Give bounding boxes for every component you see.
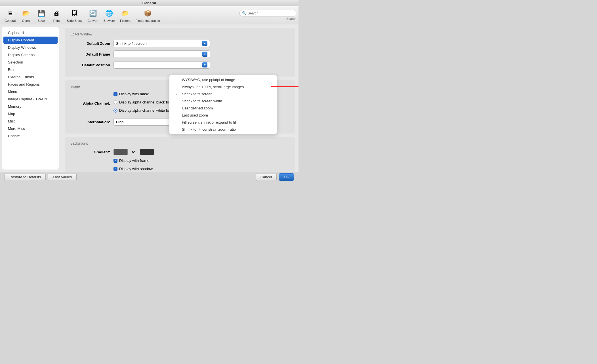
default-frame-row: Default Frame ▼ xyxy=(70,50,289,58)
sidebar-item-display-windows[interactable]: Display Windows xyxy=(3,44,58,51)
display-with-frame-checkbox[interactable]: ✓ xyxy=(113,159,117,163)
open-icon: 📂 xyxy=(21,8,31,18)
sidebar-item-selection[interactable]: Selection xyxy=(3,59,58,66)
shrink-constrain-label: Shrink to fit, constrain zoom-ratio xyxy=(182,127,236,132)
sidebar-item-update[interactable]: Update xyxy=(3,132,58,139)
frame-dropdown-arrow: ▼ xyxy=(202,52,207,57)
sidebar-item-display-screens[interactable]: Display Screens xyxy=(3,51,58,58)
zoom-dropdown-arrow: ▼ xyxy=(202,41,207,46)
editor-window-section: Editor Window Default Zoom Shrink to fit… xyxy=(65,28,295,77)
sidebar-item-misc[interactable]: Misc xyxy=(3,118,58,125)
zoom-option-shrink-constrain[interactable]: Shrink to fit, constrain zoom-ratio xyxy=(169,126,277,133)
toolbar-item-general[interactable]: 🖥 General xyxy=(2,7,18,24)
gradient-row: Gradient: to xyxy=(70,149,289,155)
display-with-shadow-checkbox[interactable]: ✓ xyxy=(113,167,117,171)
save-icon: 💾 xyxy=(36,8,46,18)
display-with-frame-row: ✓ Display with frame ✓ Display with shad… xyxy=(70,158,289,172)
display-with-mask-row: ✓ Display with mask xyxy=(113,92,149,96)
toolbar-item-finder[interactable]: 📦 Finder Integration xyxy=(133,7,162,24)
sidebar-item-edit[interactable]: Edit xyxy=(3,66,58,73)
last-values-button[interactable]: Last Values xyxy=(48,173,77,181)
toolbar-label-folders: Folders xyxy=(120,19,131,22)
sidebar-item-memory[interactable]: Memory xyxy=(3,103,58,110)
sidebar-item-menu[interactable]: Menu xyxy=(3,88,58,95)
default-position-row: Default Position ▼ xyxy=(70,61,289,69)
sidebar-item-display-content[interactable]: Display Content xyxy=(3,37,58,44)
toolbar-label-slideshow: Slide Show xyxy=(67,19,82,22)
shadow-checkbox-row: ✓ Display with shadow xyxy=(113,167,153,171)
window-title: General xyxy=(142,1,156,5)
sidebar-item-clipboard[interactable]: Clipboard xyxy=(3,29,58,36)
background-section: Background Gradient: to ✓ Display with f… xyxy=(65,137,295,172)
general-icon: 🖥 xyxy=(5,8,15,18)
left-buttons: Restore to Defaults Last Values xyxy=(5,173,77,181)
zoom-option-shrink-width[interactable]: Shrink to fit screen width xyxy=(169,98,277,105)
zoom-option-shrink-fit[interactable]: ✓ Shrink to fit screen xyxy=(169,90,277,98)
toolbar-item-print[interactable]: 🖨 Print xyxy=(49,7,64,24)
toolbar-label-save: Save xyxy=(38,19,45,22)
sidebar-item-faces-regions[interactable]: Faces and Regions xyxy=(3,81,58,88)
wysiwyg-label: WYSIWYG, use ppi/dpi of image xyxy=(182,78,235,82)
search-box[interactable]: 🔍 xyxy=(239,10,296,16)
toolbar-item-folders[interactable]: 📁 Folders xyxy=(118,7,133,24)
gradient-control: to xyxy=(113,149,289,155)
default-zoom-label: Default Zoom xyxy=(70,41,110,46)
toolbar-search: 🔍 Search xyxy=(239,10,296,20)
display-with-mask-checkbox[interactable]: ✓ xyxy=(113,92,117,96)
gradient-color-start[interactable] xyxy=(113,149,128,155)
display-with-shadow-label: Display with shadow xyxy=(119,167,153,171)
alpha-black-radio[interactable] xyxy=(113,100,117,104)
editor-window-title: Editor Window xyxy=(70,32,289,36)
ok-button[interactable]: OK xyxy=(279,173,294,181)
sidebar-item-external-editors[interactable]: External Editors xyxy=(3,73,58,81)
last-used-label: Last used zoom xyxy=(182,113,208,117)
default-frame-label: Default Frame xyxy=(70,52,110,56)
background-section-title: Background xyxy=(70,141,289,145)
main-content: Clipboard Display Content Display Window… xyxy=(0,24,298,172)
zoom-option-user-defined[interactable]: User defined zoom xyxy=(169,105,277,112)
display-with-frame-label: Display with frame xyxy=(119,158,149,163)
sidebar-item-more-misc[interactable]: More Misc xyxy=(3,125,58,132)
toolbar-label-print: Print xyxy=(53,19,60,22)
browser-icon: 🌐 xyxy=(104,8,114,18)
frame-shadow-controls: ✓ Display with frame ✓ Display with shad… xyxy=(113,158,289,172)
default-position-dropdown[interactable]: ▼ xyxy=(113,61,210,69)
red-arrow-annotation xyxy=(271,82,298,92)
position-dropdown-arrow: ▼ xyxy=(202,62,207,67)
gradient-color-end[interactable] xyxy=(140,149,154,155)
alpha-white-radio[interactable] xyxy=(113,109,117,113)
toolbar-item-open[interactable]: 📂 Open xyxy=(18,7,33,24)
finder-icon: 📦 xyxy=(143,8,153,18)
sidebar-item-image-capture[interactable]: Image Capture / TWAIN xyxy=(3,96,58,103)
cancel-button[interactable]: Cancel xyxy=(256,173,277,181)
gradient-label: Gradient: xyxy=(70,150,110,154)
zoom-option-always100[interactable]: Always use 100%, scroll large images xyxy=(169,83,277,90)
alpha-channel-label: Alpha Channel: xyxy=(70,101,110,105)
toolbar-label-finder: Finder Integration xyxy=(136,19,160,22)
default-zoom-dropdown[interactable]: Shrink to fit screen ▼ xyxy=(113,40,210,47)
zoom-dropdown-popup: WYSIWYG, use ppi/dpi of image Always use… xyxy=(169,75,277,134)
bottom-bar: Restore to Defaults Last Values Cancel O… xyxy=(0,172,298,182)
toolbar-item-save[interactable]: 💾 Save xyxy=(34,7,49,24)
search-input[interactable] xyxy=(248,11,294,15)
interpolation-label: Interpolation: xyxy=(70,120,110,124)
zoom-option-fill-screen[interactable]: Fill screen, shrink or expand to fit xyxy=(169,119,277,126)
toolbar-item-browser[interactable]: 🌐 Browser xyxy=(101,7,117,24)
toolbar-label-general: General xyxy=(5,19,16,22)
sidebar-item-map[interactable]: Map xyxy=(3,110,58,117)
default-position-control: ▼ xyxy=(113,61,289,69)
shrink-fit-checkmark: ✓ xyxy=(175,92,180,96)
fill-screen-label: Fill screen, shrink or expand to fit xyxy=(182,120,236,124)
toolbar-item-convert[interactable]: 🔄 Convert xyxy=(85,7,101,24)
user-defined-label: User defined zoom xyxy=(182,106,213,110)
content-area: Editor Window Default Zoom Shrink to fit… xyxy=(61,24,298,172)
restore-defaults-button[interactable]: Restore to Defaults xyxy=(5,173,46,181)
default-position-label: Default Position xyxy=(70,63,110,67)
default-frame-dropdown[interactable]: ▼ xyxy=(113,50,210,58)
zoom-option-last-used[interactable]: Last used zoom xyxy=(169,112,277,119)
sidebar: Clipboard Display Content Display Window… xyxy=(2,27,59,170)
zoom-option-wysiwyg[interactable]: WYSIWYG, use ppi/dpi of image xyxy=(169,76,277,83)
shrink-fit-label: Shrink to fit screen xyxy=(182,92,213,96)
toolbar-item-slideshow[interactable]: 🖼 Slide Show xyxy=(64,7,85,24)
convert-icon: 🔄 xyxy=(88,8,98,18)
